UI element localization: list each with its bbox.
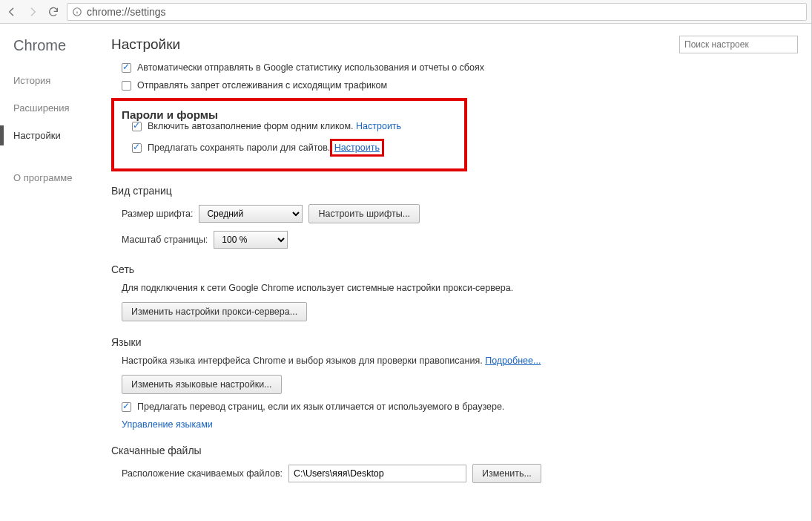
save-passwords-checkbox[interactable]: [132, 143, 142, 153]
page-title: Настройки: [111, 36, 180, 53]
save-passwords-configure-link[interactable]: Настроить: [334, 142, 380, 153]
sidebar-item-history[interactable]: История: [13, 71, 111, 91]
zoom-label: Масштаб страницы:: [122, 235, 208, 245]
address-bar[interactable]: [67, 3, 807, 21]
brand-title: Chrome: [13, 37, 111, 54]
dnt-label: Отправлять запрет отслеживания с исходящ…: [137, 80, 387, 91]
customize-fonts-button[interactable]: Настроить шрифты...: [308, 204, 420, 223]
download-location-label: Расположение скачиваемых файлов:: [122, 468, 283, 479]
browser-toolbar: [0, 0, 811, 24]
sidebar-item-about[interactable]: О программе: [13, 168, 111, 188]
save-passwords-label: Предлагать сохранять пароли для сайтов.: [148, 142, 330, 153]
dnt-checkbox[interactable]: [122, 81, 131, 91]
font-size-select[interactable]: Средний: [199, 205, 303, 223]
send-stats-label: Автоматически отправлять в Google статис…: [137, 62, 484, 73]
forward-button[interactable]: [25, 4, 40, 19]
search-settings-input[interactable]: [679, 36, 798, 53]
settings-main: Настройки Автоматически отправлять в Goo…: [111, 24, 811, 521]
download-location-input[interactable]: [288, 465, 466, 482]
languages-desc: Настройка языка интерфейса Chrome и выбо…: [122, 355, 483, 366]
url-input[interactable]: [87, 6, 802, 18]
sidebar-item-extensions[interactable]: Расширения: [13, 98, 111, 118]
autofill-checkbox[interactable]: [132, 122, 142, 131]
autofill-label: Включить автозаполнение форм одним клико…: [148, 121, 354, 131]
autofill-configure-link[interactable]: Настроить: [356, 121, 401, 131]
info-icon: [72, 7, 82, 17]
page-zoom-select[interactable]: 100 %: [214, 231, 288, 249]
sidebar-item-settings[interactable]: Настройки: [13, 125, 111, 145]
download-change-button[interactable]: Изменить...: [472, 464, 541, 483]
reload-button[interactable]: [46, 4, 61, 19]
languages-more-link[interactable]: Подробнее...: [485, 355, 541, 366]
translate-label: Предлагать перевод страниц, если их язык…: [137, 402, 504, 412]
settings-sidebar: Chrome История Расширения Настройки О пр…: [0, 24, 111, 521]
downloads-heading: Скачанные файлы: [111, 445, 798, 456]
save-passwords-link-highlight: Настроить: [330, 139, 384, 157]
translate-checkbox[interactable]: [122, 402, 131, 412]
appearance-heading: Вид страниц: [111, 185, 798, 197]
passwords-highlight: Пароли и формы Включить автозаполнение ф…: [111, 98, 467, 171]
languages-heading: Языки: [111, 336, 798, 348]
send-stats-checkbox[interactable]: [122, 63, 131, 73]
network-heading: Сеть: [111, 263, 798, 275]
network-desc: Для подключения к сети Google Chrome исп…: [111, 283, 798, 293]
manage-languages-link[interactable]: Управление языками: [122, 419, 213, 430]
passwords-heading: Пароли и формы: [114, 108, 464, 121]
proxy-settings-button[interactable]: Изменить настройки прокси-сервера...: [122, 302, 307, 321]
back-button[interactable]: [4, 4, 19, 19]
language-settings-button[interactable]: Изменить языковые настройки...: [122, 375, 282, 394]
font-size-label: Размер шрифта:: [122, 209, 193, 219]
